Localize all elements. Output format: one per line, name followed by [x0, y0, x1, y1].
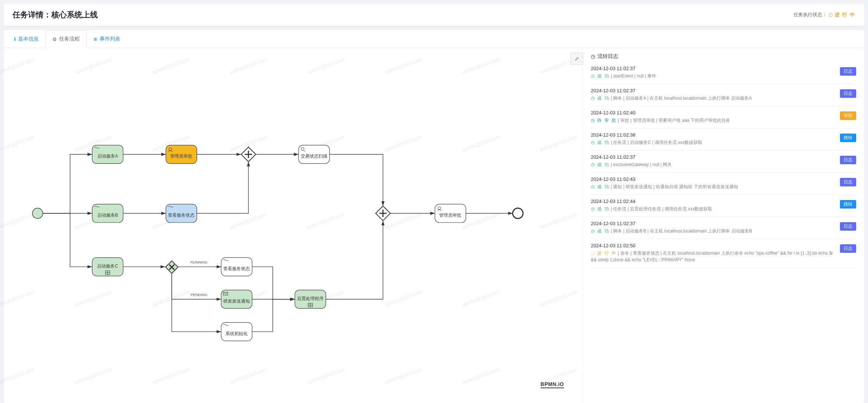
log-item: 2024-12-03 11:02:38◷ 成 功 | 任务流 | 启动服务C |…: [591, 128, 856, 151]
spinner-icon: ◌: [829, 12, 833, 17]
page-header: 任务详情：核心系统上线 任务执行状态： ◌进 行 中: [4, 4, 864, 26]
log-timestamp: 2024-12-03 11:02:37: [591, 88, 836, 93]
log-desc: ◷ 成 功 | 通知 | 研发发送通知 | 给通知分组 通知组 下的所有通道发送…: [591, 183, 836, 190]
gateway-exclusive[interactable]: [165, 261, 178, 273]
node-start-service-c[interactable]: 启动服务C: [92, 258, 123, 276]
log-action-button[interactable]: 日志: [840, 222, 856, 231]
bpmn-logo: BPMN.iO: [541, 381, 564, 388]
log-timestamp: 2024-12-03 11:02:38: [591, 132, 836, 138]
log-timestamp: 2024-12-03 11:02:44: [591, 199, 836, 204]
log-item: 2024-12-03 11:02:37◷ 成 功 | 脚本 | 启动服务B | …: [591, 217, 856, 239]
log-action-button[interactable]: 跳转: [840, 200, 856, 209]
log-timestamp: 2024-12-03 11:02:50: [591, 243, 836, 248]
svg-text:交易状态扫描: 交易状态扫描: [301, 154, 327, 159]
log-action-button[interactable]: 日志: [840, 178, 856, 186]
task-status: 任务执行状态： ◌进 行 中: [793, 11, 855, 18]
collapse-sidebar-button[interactable]: ⤢: [571, 52, 583, 65]
log-desc: ◷ 成 功 | startEvent | null | 事件: [591, 73, 836, 79]
svg-text:启动服务C: 启动服务C: [97, 264, 118, 269]
page-title: 任务详情：核心系统上线: [13, 10, 98, 20]
node-check-status-1[interactable]: 查看服务状态: [166, 204, 197, 223]
log-action-button[interactable]: 跳转: [840, 134, 856, 142]
log-desc: ◷ 成 功 | exclusiveGateway | null | 网关: [591, 161, 836, 168]
log-item: 2024-12-03 11:02:37◷ 成 功 | startEvent | …: [591, 64, 856, 84]
log-status: ◷ 成 功: [591, 96, 610, 101]
node-start-service-b[interactable]: 启动服务B: [92, 204, 123, 223]
svg-text:查看服务状态: 查看服务状态: [168, 213, 194, 218]
content-card: ℹ 基本信息 ⚙ 任务流程 ≣ 事件列表 admin@163.comadmin@…: [4, 30, 864, 403]
svg-text:后置处理程序: 后置处理程序: [297, 296, 324, 301]
node-admin-approve-1[interactable]: 管理员审批: [166, 145, 197, 163]
bpmn-canvas[interactable]: admin@163.comadmin@163.comadmin@163.coma…: [4, 48, 582, 403]
svg-text:研发发送通知: 研发发送通知: [223, 299, 250, 304]
log-item: 2024-12-03 11:02:37◷ 成 功 | 脚本 | 启动服务A | …: [591, 84, 856, 106]
node-admin-approve-2[interactable]: 管理员审批: [435, 204, 466, 223]
log-status: ◷ 成 功: [591, 73, 610, 79]
log-item: 2024-12-03 11:02:50◌ 进 行 中 | 命令 | 查看服务状态…: [591, 239, 856, 268]
log-desc: ◷ 成 功 | 脚本 | 启动服务B | 在主机 localhost.local…: [591, 228, 836, 234]
svg-text:管理员审批: 管理员审批: [439, 213, 461, 218]
log-status: ◷ 待 审 批: [591, 118, 617, 123]
node-start-service-a[interactable]: 启动服务A: [92, 145, 123, 163]
svg-text:查看服务状态: 查看服务状态: [223, 266, 250, 271]
log-item: 2024-12-03 11:02:44◷ 成 功 | 任务流 | 后置处理任务流…: [591, 195, 856, 217]
log-item: 2024-12-03 11:02:37◷ 成 功 | exclusiveGate…: [591, 151, 856, 173]
node-notify[interactable]: 研发发送通知: [221, 290, 252, 309]
log-desc: ◷ 成 功 | 任务流 | 启动服务C | 调用任务流 xxx数据获取: [591, 139, 836, 146]
log-desc: ◷ 成 功 | 脚本 | 启动服务A | 在主机 localhost.local…: [591, 95, 836, 101]
log-action-button[interactable]: 日志: [840, 67, 856, 76]
log-action-button[interactable]: 日志: [840, 89, 856, 98]
svg-text:系统初始化: 系统初始化: [225, 331, 248, 336]
info-icon: ℹ: [14, 36, 16, 42]
log-desc: ◌ 进 行 中 | 命令 | 查看服务状态 | 在主机 localhost.lo…: [591, 250, 836, 263]
list-icon: ≣: [93, 36, 97, 42]
log-action-button[interactable]: 日志: [840, 156, 856, 164]
tabs: ℹ 基本信息 ⚙ 任务流程 ≣ 事件列表: [4, 30, 864, 48]
tab-basic-info[interactable]: ℹ 基本信息: [7, 30, 45, 48]
svg-text:PENDING: PENDING: [191, 293, 208, 297]
flow-log-sidebar: ◷ 流转日志 2024-12-03 11:02:37◷ 成 功 | startE…: [582, 48, 864, 403]
log-status: ◷ 成 功: [591, 184, 610, 189]
clock-icon: ◷: [591, 54, 595, 59]
sidebar-title: ◷ 流转日志: [591, 53, 856, 60]
node-scan-tx[interactable]: 交易状态扫描: [299, 145, 330, 163]
log-status: ◷ 成 功: [591, 228, 610, 234]
log-timestamp: 2024-12-03 11:02:43: [591, 176, 836, 182]
expand-icon: ⤢: [575, 56, 579, 62]
gateway-parallel-1[interactable]: [241, 147, 256, 162]
svg-text:启动服务B: 启动服务B: [97, 213, 118, 218]
status-running: ◌进 行 中: [829, 12, 855, 17]
log-status: ◌ 进 行 中: [591, 251, 617, 256]
node-postproc[interactable]: 后置处理程序: [295, 290, 326, 309]
log-status: ◷ 成 功: [591, 140, 610, 145]
flow-icon: ⚙: [52, 37, 57, 42]
svg-text:管理员审批: 管理员审批: [170, 154, 192, 159]
log-timestamp: 2024-12-03 11:02:37: [591, 221, 836, 226]
log-action-button[interactable]: 审批: [840, 111, 856, 120]
gateway-parallel-2[interactable]: [376, 206, 390, 221]
end-event[interactable]: [513, 208, 523, 218]
log-list: 2024-12-03 11:02:37◷ 成 功 | startEvent | …: [591, 64, 856, 268]
log-timestamp: 2024-12-03 11:02:37: [591, 154, 836, 160]
log-status: ◷ 成 功: [591, 162, 610, 167]
log-item: 2024-12-03 11:02:43◷ 成 功 | 通知 | 研发发送通知 |…: [591, 173, 856, 195]
svg-text:RUNNING: RUNNING: [190, 260, 208, 264]
node-sysinit[interactable]: 系统初始化: [221, 323, 252, 341]
log-item: 2024-12-03 11:02:40◷ 待 审 批 | 审批 | 管理员审批 …: [591, 106, 856, 128]
log-timestamp: 2024-12-03 11:02:40: [591, 110, 836, 116]
log-status: ◷ 成 功: [591, 206, 610, 211]
log-timestamp: 2024-12-03 11:02:37: [591, 66, 836, 71]
status-label: 任务执行状态：: [793, 12, 827, 17]
node-check-status-2[interactable]: 查看服务状态: [221, 258, 252, 276]
log-desc: ◷ 待 审 批 | 审批 | 管理员审批 | 需要用户组 aaa 下的用户审批此…: [591, 117, 836, 124]
tab-event-list[interactable]: ≣ 事件列表: [87, 30, 127, 48]
svg-text:启动服务A: 启动服务A: [97, 154, 118, 159]
log-action-button[interactable]: 日志: [840, 244, 856, 253]
tab-task-flow[interactable]: ⚙ 任务流程: [45, 30, 87, 48]
log-desc: ◷ 成 功 | 任务流 | 后置处理任务流 | 调用任务流 xxx数据获取: [591, 206, 836, 212]
start-event[interactable]: [32, 208, 43, 218]
